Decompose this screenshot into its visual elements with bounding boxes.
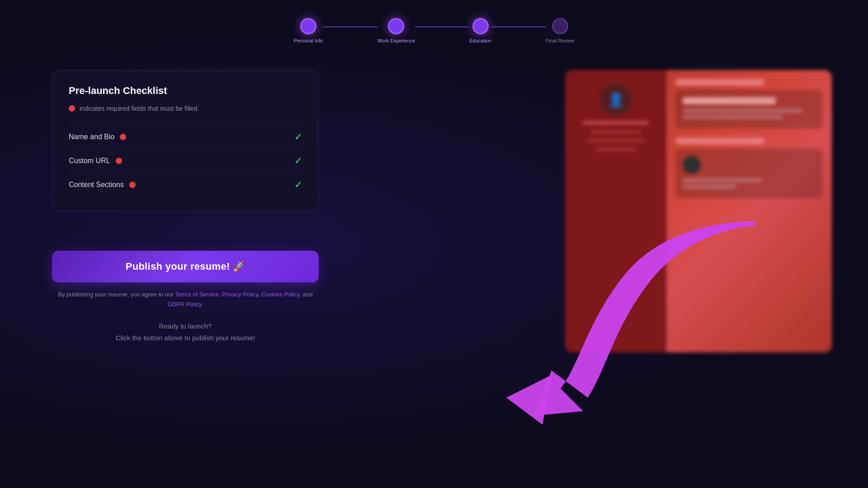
- preview-card-line1: [683, 109, 802, 113]
- preview-edu-title: [675, 138, 764, 144]
- preview-tag: [587, 139, 645, 142]
- connector-3: [491, 26, 546, 28]
- check-content-sections: ✓: [294, 179, 302, 190]
- ready-text: Ready to launch? Click the button above …: [116, 320, 255, 343]
- step-4-circle: [552, 18, 568, 34]
- ready-line1: Ready to launch?: [116, 320, 255, 332]
- checklist-title: Pre-launch Checklist: [69, 85, 302, 97]
- step-2: Work Experience: [377, 18, 415, 43]
- required-note: indicates required fields that must be f…: [69, 105, 302, 112]
- item-label-custom-url: Custom URL: [69, 157, 110, 165]
- item-label-name-bio: Name and Bio: [69, 133, 114, 141]
- item-left-name-bio: Name and Bio: [69, 133, 126, 141]
- step-2-circle: [388, 18, 404, 34]
- preview-work-section: [675, 79, 823, 129]
- preview-edu-avatar: [683, 156, 701, 174]
- required-dot-custom-url: [116, 158, 122, 164]
- preview-edu-line1: [683, 178, 762, 182]
- preview-avatar: 👤: [600, 84, 632, 115]
- preview-card-title: [683, 97, 776, 104]
- preview-left-col: 👤: [565, 70, 666, 352]
- preview-edu-line2: [683, 185, 736, 188]
- step-2-label: Work Experience: [377, 38, 415, 43]
- terms-link[interactable]: Terms of Service: [175, 291, 219, 298]
- cookies-link[interactable]: Cookies Policy: [261, 291, 299, 298]
- publish-button[interactable]: Publish your resume! 🚀: [52, 251, 319, 282]
- preview-inner: 👤: [565, 70, 832, 352]
- step-3-circle: [472, 18, 489, 34]
- legal-text: By publishing your resume, you agree to …: [52, 290, 319, 310]
- check-custom-url: ✓: [294, 155, 302, 166]
- preview-card-line2: [683, 115, 782, 119]
- required-text: indicates required fields that must be f…: [80, 105, 198, 112]
- required-dot-content-sections: [129, 182, 136, 188]
- connector-2: [415, 26, 469, 28]
- item-label-content-sections: Content Sections: [69, 181, 124, 189]
- publish-area: Publish your resume! 🚀 By publishing you…: [52, 251, 319, 343]
- step-3-label: Education: [469, 38, 491, 43]
- connector-1: [323, 26, 377, 28]
- ready-line2: Click the button above to publish your r…: [116, 332, 255, 344]
- resume-preview: 👤: [565, 70, 832, 352]
- item-left-content-sections: Content Sections: [69, 181, 136, 189]
- preview-sub-bar: [591, 131, 641, 134]
- preview-name-bar: [582, 121, 649, 125]
- checklist-panel: Pre-launch Checklist indicates required …: [52, 70, 319, 211]
- checklist-item-custom-url[interactable]: Custom URL ✓: [69, 149, 302, 173]
- checklist-item-content-sections[interactable]: Content Sections ✓: [69, 173, 302, 197]
- preview-tag2: [595, 148, 637, 151]
- gdpr-link[interactable]: GDPR Policy: [168, 301, 202, 308]
- step-3: Education: [469, 18, 491, 43]
- item-left-custom-url: Custom URL: [69, 157, 122, 165]
- step-4-label: Final Review: [546, 38, 574, 43]
- preview-work-card: [675, 90, 823, 129]
- svg-marker-0: [506, 375, 552, 425]
- check-name-bio: ✓: [294, 131, 302, 142]
- step-4: Final Review: [546, 18, 574, 43]
- privacy-link[interactable]: Privacy Policy: [222, 291, 258, 298]
- legal-prefix: By publishing your resume, you agree to …: [58, 291, 175, 298]
- preview-right-col: [666, 70, 832, 352]
- checklist-item-name-bio[interactable]: Name and Bio ✓: [69, 125, 302, 149]
- preview-edu-card: [675, 149, 823, 198]
- preview-work-title: [675, 79, 764, 85]
- required-dot: [69, 105, 75, 112]
- step-1-label: Personal Info: [294, 38, 323, 43]
- required-dot-name-bio: [120, 134, 126, 140]
- step-1: Personal Info: [294, 18, 323, 43]
- preview-edu-section: [675, 138, 823, 198]
- step-1-circle: [300, 18, 316, 34]
- stepper: Personal Info Work Experience Education …: [276, 18, 592, 43]
